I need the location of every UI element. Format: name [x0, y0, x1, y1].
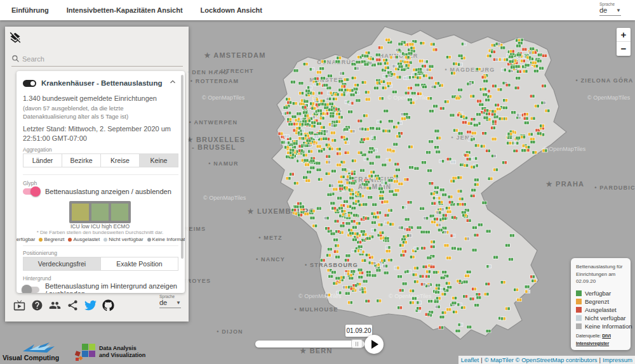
intensivregister-link[interactable]: Intensivregister	[576, 341, 609, 346]
glyph-cell-icu-high	[91, 204, 109, 221]
last-update-text: Letzter Stand: Mittwoch, 2. September 20…	[23, 124, 177, 143]
city-label-rotterdam: • ROTTERDAM	[190, 78, 239, 84]
legend-item-keine-information: Keine Information	[576, 323, 626, 330]
svg-text:© OpenMapTiles: © OpenMapTiles	[202, 94, 245, 101]
nav-item-0[interactable]: Einführung	[11, 6, 49, 14]
status-begrenzt: Begrenzt	[39, 237, 64, 242]
leaflet-link[interactable]: Leaflet	[461, 356, 479, 363]
timeline-track[interactable]	[255, 341, 364, 348]
share-icon[interactable]	[66, 299, 79, 311]
background-glyph-toggle[interactable]	[23, 287, 39, 293]
search-input[interactable]	[22, 55, 175, 63]
glyph-visibility-toggle[interactable]	[23, 188, 39, 195]
glyph-label: Glyph	[23, 180, 177, 186]
github-icon[interactable]	[102, 299, 114, 311]
community-icon[interactable]	[48, 299, 61, 311]
glyph-cell-ecmo	[111, 204, 128, 221]
timeline-play-button[interactable]	[364, 335, 384, 354]
language-label: Sprache	[159, 294, 182, 299]
city-label-namur: • NAMUR	[208, 160, 239, 167]
positioning-label: Positionierung	[23, 250, 177, 256]
collapse-chevron-icon[interactable]	[168, 77, 177, 89]
divider	[23, 245, 178, 246]
help-icon[interactable]	[30, 299, 43, 311]
nav-item-1[interactable]: Intensivbetten-Kapazitäten Ansicht	[67, 6, 183, 14]
chevron-down-icon: ▼	[616, 8, 621, 13]
search-icon	[11, 55, 20, 63]
city-label-strasbourg: • STRASBOURG	[305, 262, 358, 268]
zoom-in-button[interactable]: +	[617, 28, 631, 42]
city-label-metz: • METZ	[258, 235, 282, 241]
glyph-color-note: * Die Farben stellen den bundesweiten Du…	[23, 230, 177, 235]
positioning-option-verdeckungsfrei[interactable]: Verdeckungsfrei	[23, 257, 101, 271]
legend-item-begrenzt: Begrenzt	[576, 298, 626, 305]
svg-text:© OpenMapTiles: © OpenMapTiles	[389, 293, 432, 299]
legend-title: Bettenauslastung für Einrichtungen am 02…	[576, 263, 626, 285]
nav-item-2[interactable]: Lockdown Ansicht	[201, 6, 262, 14]
background-label: Hintergrund	[23, 275, 177, 282]
city-label-antwerpen: • ANTWERPEN	[189, 119, 238, 126]
timeline-handle[interactable]	[351, 339, 363, 348]
hidden-facilities-note: (davon 57 ausgeblendet, da die letzte Da…	[23, 104, 177, 120]
institution-logos: Visual Computing Data Analysis and Visua…	[3, 342, 145, 361]
impressum-link[interactable]: Impressum	[603, 356, 632, 363]
card-scrollbar[interactable]	[181, 75, 184, 259]
status-verfügbar: Verfügbar	[17, 237, 35, 242]
app-root: © OpenMapTiles© OpenMapTiles© OpenMapTil…	[0, 0, 635, 364]
city-label-bruxelles: ★ BRUXELLES	[187, 136, 246, 143]
chevron-down-icon: ▼	[176, 300, 181, 306]
background-toggle-label: Bettenauslastung im Hintergrund anzeigen…	[45, 282, 177, 293]
glyph-preview	[69, 201, 131, 223]
navbar-language-select[interactable]: Sprache de▼	[599, 2, 622, 16]
visual-computing-swoosh-icon	[22, 341, 66, 355]
layer-visibility-toggle[interactable]	[23, 80, 36, 87]
city-label--brussel: - BRUSSEL	[192, 143, 236, 151]
legend-item-nicht-verfügbar: Nicht verfügbar	[576, 315, 626, 322]
facility-count-text: 1.340 bundesweit gemeldete Einrichtungen	[23, 94, 177, 102]
city-label-pardubice: • PARDUBICE	[594, 185, 635, 191]
svg-text:© OpenMapTiles: © OpenMapTiles	[298, 293, 342, 299]
aggregation-label: Aggregation	[23, 146, 177, 153]
divi-link[interactable]: DIVI	[602, 334, 611, 338]
legend-item-ausgelastet: Ausgelastet	[576, 306, 626, 313]
map-zoom-control: + −	[617, 28, 631, 56]
status-legend: VerfügbarBegrenztAusgelastetNicht verfüg…	[23, 237, 177, 242]
city-label-utrecht: • UTRECHT	[216, 68, 253, 74]
top-navbar: EinführungIntensivbetten-Kapazitäten Ans…	[0, 0, 635, 20]
timeline-date-tooltip: 01.09.20	[345, 325, 372, 337]
positioning-option-exakte-position[interactable]: Exakte Position	[101, 257, 178, 271]
layers-off-icon[interactable]	[9, 32, 23, 46]
svg-text:© OpenMapTiles: © OpenMapTiles	[543, 146, 586, 152]
svg-text:© OpenMapTiles: © OpenMapTiles	[587, 94, 631, 101]
status-ausgelastet: Ausgelastet	[68, 237, 100, 242]
control-panel: Krankenhäuser - Bettenauslastung 1.340 b…	[5, 27, 189, 322]
positioning-segmented-control: VerdeckungsfreiExakte Position	[23, 257, 178, 271]
status-keine-information: Keine Information	[147, 237, 185, 242]
glyph-cell-icu-low	[72, 204, 89, 221]
aggregation-option-bezirke[interactable]: Bezirke	[62, 153, 101, 167]
map-attribution: Leaflet | © MapTiler © OpenStreetMap con…	[458, 356, 635, 364]
map-legend: Bettenauslastung für Einrichtungen am 02…	[571, 258, 631, 350]
aggregation-option-kreise[interactable]: Kreise	[101, 153, 140, 167]
aggregation-segmented-control: LänderBezirkeKreiseKeine	[23, 153, 178, 167]
svg-text:© OpenMapTiles: © OpenMapTiles	[203, 195, 246, 201]
aggregation-option-keine[interactable]: Keine	[140, 153, 178, 167]
osm-link[interactable]: © OpenStreetMap contributors	[516, 356, 598, 363]
aggregation-option-länder[interactable]: Länder	[23, 153, 62, 167]
glyph-cell-labels: ICU low ICU high ECMO	[23, 223, 177, 230]
dav-logo-icon	[75, 342, 97, 361]
zoom-out-button[interactable]: −	[617, 42, 631, 56]
city-label-dijon: • DIJON	[217, 328, 243, 335]
city-label-zielona-g-ra: • ZIELONA GÓRA	[575, 77, 633, 84]
status-nicht-verfügbar: Nicht verfügbar	[104, 237, 143, 242]
legend-item-verfügbar: Verfügbar	[576, 290, 626, 297]
city-label-bern: ★ BERN	[300, 347, 332, 354]
twitter-icon[interactable]	[84, 299, 97, 311]
layer-card: Krankenhäuser - Bettenauslastung 1.340 b…	[17, 71, 185, 293]
play-icon	[371, 340, 378, 349]
glyph-toggle-label: Bettenauslastung anzeigen / ausblenden	[45, 188, 171, 195]
search-field	[11, 55, 183, 67]
panel-language-select[interactable]: Sprache de▼	[159, 294, 182, 308]
video-icon[interactable]	[13, 299, 25, 311]
maptiler-link[interactable]: © MapTiler	[485, 356, 514, 363]
